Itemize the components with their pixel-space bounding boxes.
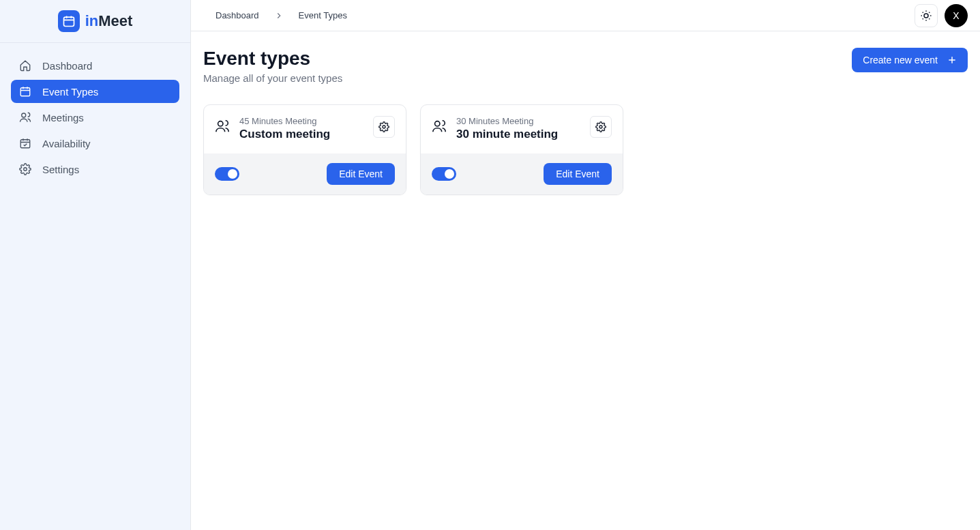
topbar-right: X: [915, 4, 968, 27]
page-header: Event types Manage all of your event typ…: [203, 48, 968, 84]
svg-point-6: [218, 121, 223, 126]
page-title: Event types: [203, 48, 342, 70]
sidebar-item-dashboard[interactable]: Dashboard: [11, 54, 179, 77]
event-cards: 45 Minutes Meeting Custom meeting Edit E…: [203, 104, 968, 195]
edit-event-button[interactable]: Edit Event: [327, 163, 395, 185]
sidebar-item-event-types[interactable]: Event Types: [11, 80, 179, 103]
sidebar-item-label: Availability: [42, 138, 91, 149]
main: Dashboard Event Types X Event types Mana…: [191, 0, 980, 530]
create-event-button[interactable]: Create new event: [852, 48, 968, 72]
users-icon: [432, 119, 447, 134]
sidebar-item-label: Meetings: [42, 112, 84, 123]
chevron-right-icon: [274, 11, 284, 20]
sidebar-item-label: Settings: [42, 164, 79, 175]
edit-event-button[interactable]: Edit Event: [544, 163, 612, 185]
breadcrumb-item[interactable]: Event Types: [299, 10, 347, 20]
svg-point-8: [435, 121, 440, 126]
event-card: 45 Minutes Meeting Custom meeting Edit E…: [203, 104, 406, 195]
sidebar-item-meetings[interactable]: Meetings: [11, 106, 179, 129]
content: Event types Manage all of your event typ…: [191, 31, 980, 211]
sidebar: inMeet Dashboard Event Types Meetings Av…: [0, 0, 191, 530]
event-settings-button[interactable]: [373, 116, 395, 138]
calendar-icon: [58, 10, 80, 32]
svg-point-2: [22, 113, 26, 117]
sidebar-item-label: Dashboard: [42, 60, 92, 72]
event-settings-button[interactable]: [590, 116, 612, 138]
svg-rect-0: [63, 17, 74, 26]
theme-toggle-button[interactable]: [915, 4, 938, 27]
logo[interactable]: inMeet: [0, 0, 190, 42]
calendar-check-icon: [19, 137, 31, 149]
sidebar-item-availability[interactable]: Availability: [11, 132, 179, 155]
gear-icon: [595, 121, 606, 132]
svg-point-5: [924, 14, 928, 18]
gear-icon: [19, 163, 31, 175]
calendar-icon: [19, 85, 31, 98]
plus-icon: [947, 55, 957, 65]
svg-point-4: [24, 168, 27, 171]
users-icon: [19, 111, 31, 123]
logo-text: inMeet: [85, 12, 133, 30]
users-icon: [215, 119, 230, 134]
gear-icon: [378, 121, 389, 132]
page-subtitle: Manage all of your event types: [203, 72, 342, 84]
breadcrumb: Dashboard Event Types: [216, 10, 347, 20]
sidebar-item-label: Event Types: [42, 86, 98, 98]
event-title: Custom meeting: [239, 128, 363, 141]
svg-point-7: [383, 126, 385, 128]
breadcrumb-item[interactable]: Dashboard: [216, 10, 259, 20]
svg-rect-3: [20, 140, 30, 148]
svg-point-9: [599, 126, 602, 128]
topbar: Dashboard Event Types X: [191, 0, 980, 31]
event-title: 30 minute meeting: [456, 128, 580, 141]
svg-rect-1: [20, 88, 30, 96]
event-card: 30 Minutes Meeting 30 minute meeting Edi…: [420, 104, 623, 195]
event-duration: 45 Minutes Meeting: [239, 116, 363, 126]
sidebar-item-settings[interactable]: Settings: [11, 158, 179, 181]
event-enabled-toggle[interactable]: [215, 167, 239, 181]
create-event-label: Create new event: [863, 55, 938, 65]
event-duration: 30 Minutes Meeting: [456, 116, 580, 126]
event-enabled-toggle[interactable]: [432, 167, 456, 181]
nav: Dashboard Event Types Meetings Availabil…: [0, 43, 190, 192]
avatar[interactable]: X: [945, 4, 968, 27]
home-icon: [19, 59, 31, 72]
sun-icon: [920, 10, 932, 22]
